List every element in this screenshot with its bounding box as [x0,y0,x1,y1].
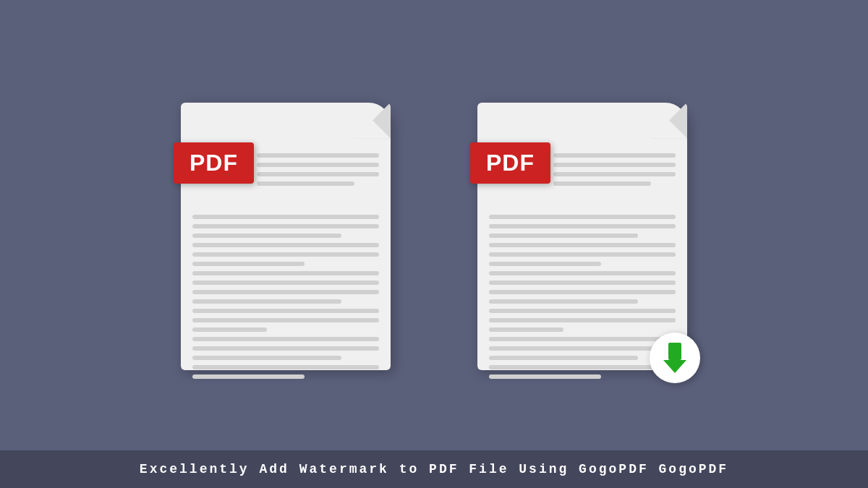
line [489,356,638,360]
download-icon [663,343,686,373]
line [192,365,379,369]
line [192,243,379,247]
line [192,215,379,219]
bottom-text-bar: Excellently Add Watermark to PDF File Us… [0,450,868,488]
line [192,318,379,322]
line [192,281,379,285]
line [489,234,638,238]
left-pdf-lines-body [192,215,379,379]
bottom-caption: Excellently Add Watermark to PDF File Us… [140,462,728,476]
right-pdf-document: PDF [477,103,687,370]
main-content: PDF [181,0,687,450]
line [257,172,379,176]
line [489,281,676,285]
line [489,299,638,304]
line [192,337,379,341]
left-pdf-badge: PDF [174,142,254,184]
line [553,181,651,186]
line [489,262,601,266]
line [192,262,305,266]
line [489,337,676,341]
line [192,271,379,275]
line [489,374,601,379]
right-pdf-lines-top [553,153,676,186]
line [192,224,379,228]
line [489,224,676,228]
line [489,252,676,257]
line [192,374,305,379]
line [257,181,354,186]
line [553,163,676,167]
line [192,234,341,238]
line [489,318,676,322]
line [553,172,676,176]
line [489,346,676,351]
download-badge[interactable] [650,333,700,383]
right-pdf-lines-body [489,215,676,379]
line [257,163,379,167]
line [489,215,676,219]
line [489,271,676,275]
line [192,328,267,332]
line [489,328,563,332]
line [192,356,341,360]
line [192,309,379,313]
line [489,243,676,247]
line [553,153,676,158]
left-pdf-document: PDF [181,103,391,370]
line [489,290,676,294]
line [489,309,676,313]
line [257,153,379,158]
line [192,299,341,304]
line [192,346,379,351]
line [192,290,379,294]
line [192,252,379,257]
left-pdf-lines-top [257,153,379,186]
right-pdf-badge: PDF [470,142,550,184]
line [489,365,676,369]
